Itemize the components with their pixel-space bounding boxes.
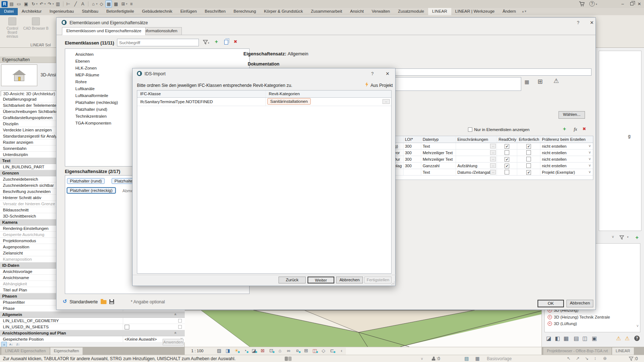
table-row[interactable]: chlag 300 Ganzzahl Aufzählung... ✔ nicht… (391, 163, 593, 169)
required-checkbox[interactable] (526, 150, 531, 155)
dimension-icon[interactable]: ╱ (72, 0, 79, 8)
collapse-icon[interactable]: « (174, 332, 178, 334)
dialog-help-button[interactable]: ? (574, 20, 582, 25)
show-crop-icon[interactable]: ⊡ (268, 348, 275, 353)
checkbox[interactable] (125, 325, 129, 329)
cancel-button[interactable]: Abbrechen (566, 300, 593, 307)
redo-icon[interactable]: ↷ (46, 0, 53, 8)
property-group-allgemein[interactable]: Allgemein« (0, 312, 185, 318)
saved-position-value[interactable]: <Keine Auswahl> (125, 337, 157, 341)
list-item[interactable]: ✕3D (Lüftung) (548, 320, 577, 327)
mapping-row[interactable]: IfcSanitaryTerminalType.NOTDEFINED Sanit… (137, 98, 391, 106)
help-icon[interactable]: ? (634, 336, 640, 341)
column-header-readonly[interactable]: ReadOnly (497, 136, 517, 143)
category-chip[interactable]: Sanitärinstallationen (267, 98, 311, 105)
undo-icon[interactable]: ↶ (38, 0, 45, 8)
property-row[interactable]: LIN_USED_IN_SHEETS (0, 324, 185, 330)
drag-on-selection-icon[interactable]: ⊕ (603, 356, 607, 361)
preference-cell[interactable]: Projekt (Exemplar)˅ (540, 169, 593, 175)
filter-icon[interactable] (619, 235, 624, 240)
help-icon[interactable]: ? (589, 1, 595, 7)
column-header-ifc-klasse[interactable]: IFC-Klasse (137, 90, 266, 97)
readonly-checkbox[interactable] (505, 150, 509, 155)
column-header-einschraenkungen[interactable]: Einschränkungen (456, 136, 497, 143)
delete-class-icon[interactable]: ✖ (234, 39, 237, 44)
scroll-down-icon[interactable]: ˅ (636, 324, 639, 328)
unlock-view-icon[interactable]: ⌂ (277, 348, 283, 353)
property-group-ansichtspositionierung[interactable]: Ansichtspositionierung auf Plan« (0, 330, 185, 336)
reveal-hidden-icon[interactable]: ¤ (294, 348, 301, 353)
tab-datei[interactable]: Datei (0, 8, 18, 15)
tab-verwalten[interactable]: Verwalten (368, 8, 394, 15)
restore-button[interactable] (630, 2, 633, 5)
filter-icon[interactable] (629, 357, 633, 361)
table-row[interactable]: (Dur 300 Mehrzeiliger Text ... ✔ nicht e… (391, 156, 593, 163)
readonly-checkbox[interactable]: ✔ (505, 144, 509, 149)
search-input[interactable] (117, 39, 199, 46)
ribbon-display-toggle-icon[interactable]: ▴ ▾ (520, 8, 529, 15)
design-options-icon[interactable]: ▤ (464, 356, 469, 361)
tab-projektbrowser[interactable]: Projektbrowser - Office-Bsp-TGA.rvt (543, 348, 611, 355)
apply-button[interactable]: Anwenden (163, 339, 184, 345)
column-header-revit-kategorien[interactable]: Revit-Kategorien (266, 90, 391, 97)
type-selector-button[interactable] (1, 64, 37, 86)
tab-beschriften[interactable]: Beschriften (201, 8, 230, 15)
palette-tool-icon-1[interactable]: ◪ (546, 335, 551, 342)
folder-icon[interactable] (101, 300, 106, 304)
tab-aendern[interactable]: Ändern (498, 8, 520, 15)
new-file-icon[interactable]: ▤ (8, 0, 15, 8)
customize-qat-icon[interactable]: ≡ (128, 0, 135, 8)
more-button[interactable]: ... (490, 157, 496, 161)
class-item[interactable]: Ebenen (65, 58, 249, 65)
tab-linear-werkzeuge[interactable]: LINEAR | Werkzeuge (451, 8, 499, 15)
select-pinned-icon[interactable]: ↘ (585, 356, 589, 361)
print-icon[interactable]: ▥ (55, 0, 61, 8)
list-item[interactable]: ✕3D (Heizung) Technik Zentrale (548, 314, 610, 320)
design-option-label[interactable]: Basisvorlage (487, 356, 512, 361)
view-scale[interactable]: 1 : 100 (191, 349, 204, 353)
control-board-button[interactable]: Control Board ein/aus (2, 17, 22, 38)
select-links-icon[interactable]: ↖ (567, 356, 570, 361)
collapse-icon[interactable]: « (174, 313, 178, 316)
ids-cancel-button[interactable]: Abbrechen (336, 277, 363, 283)
defaults-link[interactable]: Standardwerte (70, 299, 98, 304)
tab-koerper-grundstueck[interactable]: Körper & Grundstück (260, 8, 307, 15)
next-button[interactable]: Weiter (308, 277, 334, 283)
section-icon[interactable]: ◇ (98, 0, 105, 8)
more-button[interactable]: ... (490, 144, 496, 148)
tab-betonfertigteile[interactable]: Betonfertigteile (102, 8, 138, 15)
sort-descending-icon[interactable]: Z↓ (15, 342, 21, 347)
select-underlay-icon[interactable]: ↗ (576, 356, 580, 361)
crop-view-icon[interactable]: ⊠ (259, 348, 266, 353)
table-row[interactable]: Text Datums-/Zeitangabe... ✔ Projekt (Ex… (391, 169, 593, 176)
sync-icon[interactable]: ↻ (30, 0, 37, 8)
table-row[interactable]: svor 300 Mehrzeiliger Text ... nicht ers… (391, 150, 593, 156)
main-model-icon[interactable]: ▦ (475, 356, 480, 361)
property-set-chip-selected[interactable]: Platzhalter (rechteckig) (67, 188, 116, 193)
sun-path-icon[interactable]: ☀ (233, 348, 240, 353)
warning-icon[interactable]: ⚠ (553, 77, 559, 85)
tab-eigenschaften[interactable]: Eigenschaften (50, 348, 83, 355)
dialog-close-button[interactable]: ✕ (587, 20, 596, 25)
show-analytical-icon[interactable]: ◫ (311, 348, 318, 353)
collapse-bar-icon[interactable]: ‹ (338, 348, 345, 353)
detail-level-icon[interactable]: ▨ (216, 348, 222, 353)
chevron-down-icon[interactable]: ˅ (612, 235, 614, 239)
chevron-down-icon[interactable]: ˅ (421, 357, 423, 361)
close-hidden-windows-icon[interactable]: ▩ (113, 0, 119, 8)
calculator-icon[interactable]: ⊞ (538, 78, 543, 85)
cad-browser-button[interactable]: CAD Browser B (23, 17, 49, 30)
worksets-icon[interactable] (432, 357, 435, 361)
highlight-displacement-icon[interactable]: ◇ (320, 348, 327, 353)
warning-error-icon[interactable]: ⚠ (625, 335, 630, 342)
caret-icon[interactable]: ▾ (627, 236, 628, 239)
temporary-view-properties-icon[interactable]: ⊞ (303, 348, 309, 353)
property-row[interactable]: LIN_LEVEL_OF_GEOMETRY (0, 318, 185, 324)
preference-cell[interactable]: nicht erstellen˅ (540, 143, 593, 149)
palette-tool-icon-3[interactable]: ▦ (564, 335, 569, 342)
from-project-link[interactable]: Aus Projekt (371, 83, 393, 88)
revit-logo[interactable]: R (1, 1, 8, 7)
preference-cell[interactable]: nicht erstellen˅ (540, 156, 593, 162)
tab-zusammenarbeit[interactable]: Zusammenarbeit (307, 8, 346, 15)
class-item[interactable]: Ansichten (65, 51, 249, 58)
